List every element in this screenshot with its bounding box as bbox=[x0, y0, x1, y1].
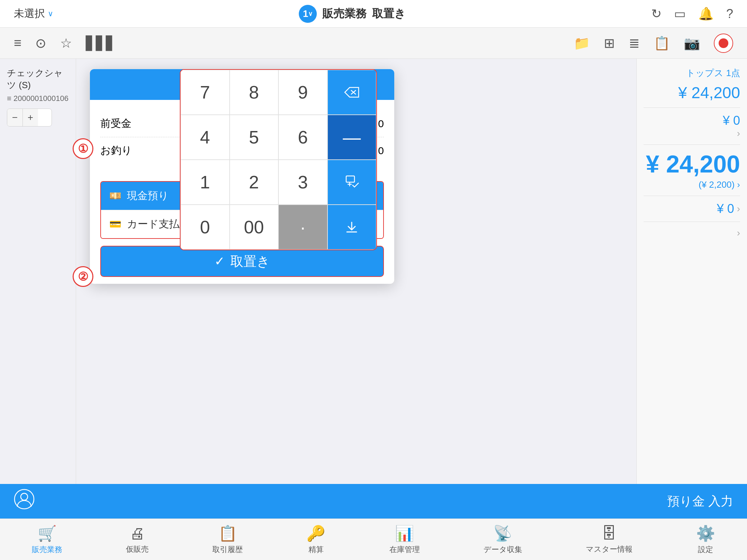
key-9[interactable]: 9 bbox=[278, 70, 328, 115]
card-icon: 💳 bbox=[109, 218, 121, 230]
tops-amount: ¥ 24,200 bbox=[644, 83, 740, 102]
nav-transaction-history[interactable]: 📋 取引履歴 bbox=[212, 524, 243, 555]
key-7[interactable]: 7 bbox=[181, 70, 230, 115]
transaction-history-label: 取引履歴 bbox=[212, 544, 243, 555]
change-label: お釣り bbox=[100, 143, 132, 158]
cash-label: 現金預り bbox=[127, 189, 169, 203]
grid-icon[interactable]: ⊞ bbox=[604, 36, 615, 51]
product-code: ≡ 2000001000106 bbox=[7, 94, 69, 103]
toolbar-right: 📁 ⊞ ≣ 📋 📷 bbox=[574, 34, 733, 53]
sales-label: 販売業務 bbox=[32, 544, 62, 555]
data-collection-icon: 📡 bbox=[493, 524, 512, 542]
center-panel: ① ② 非会員 前受金 ¥ 0 お釣り ¥ 0 bbox=[76, 59, 636, 484]
footer-nav: 🛒 販売業務 🖨 仮販売 📋 取引履歴 🔑 精算 📊 在庫管理 📡 データ収集 … bbox=[0, 519, 747, 560]
key-confirm[interactable] bbox=[328, 160, 377, 205]
takeaway-button[interactable]: ✓ 取置き bbox=[100, 246, 384, 277]
master-info-label: マスター情報 bbox=[586, 544, 633, 554]
report-icon[interactable]: 📋 bbox=[654, 36, 670, 51]
qty-increase-button[interactable]: + bbox=[23, 109, 38, 126]
right-zero-2: ¥ 0 bbox=[717, 202, 734, 216]
tops-label: トップス 1点 bbox=[644, 67, 740, 79]
app-title: 販売業務 bbox=[322, 6, 367, 21]
nav-settings[interactable]: ⚙️ 設定 bbox=[696, 524, 715, 555]
app-subtitle: 取置き bbox=[372, 6, 406, 21]
help-icon[interactable]: ? bbox=[726, 7, 733, 21]
settings-icon: ⚙️ bbox=[696, 524, 715, 542]
key-8[interactable]: 8 bbox=[230, 70, 279, 115]
advance-label: 前受金 bbox=[100, 116, 131, 131]
right-arrow-3[interactable]: › bbox=[644, 227, 740, 239]
inventory-label: 在庫管理 bbox=[389, 544, 420, 555]
key-dot[interactable]: · bbox=[278, 205, 328, 250]
key-4[interactable]: 4 bbox=[181, 115, 230, 160]
checkmark-icon: ✓ bbox=[214, 254, 225, 269]
nav-inventory[interactable]: 📊 在庫管理 bbox=[389, 524, 420, 555]
top-right-actions: ↻ ▭ 🔔 ? bbox=[651, 7, 733, 21]
right-arrow-1[interactable]: › bbox=[644, 128, 740, 139]
numpad: 7 8 9 4 5 6 — 1 2 3 bbox=[180, 69, 377, 250]
total-amount: ¥ 24,200 bbox=[644, 150, 740, 178]
user-icon[interactable] bbox=[14, 489, 35, 514]
key-5[interactable]: 5 bbox=[230, 115, 279, 160]
provisional-sales-label: 仮販売 bbox=[126, 544, 149, 554]
checkout-label: 精算 bbox=[308, 544, 324, 555]
step-badge: 1 ∨ bbox=[299, 5, 317, 23]
sub-amount: (¥ 2,200) › bbox=[644, 179, 740, 190]
takeaway-section: ✓ 取置き bbox=[100, 246, 384, 277]
layout-icon[interactable]: ▭ bbox=[674, 7, 686, 21]
left-panel: チェックシャツ (S) ≡ 2000001000106 − + bbox=[0, 59, 76, 484]
refresh-icon[interactable]: ↻ bbox=[651, 7, 662, 21]
camera2-icon[interactable]: 📷 bbox=[684, 36, 700, 51]
checkout-icon: 🔑 bbox=[306, 524, 325, 542]
right-panel: トップス 1点 ¥ 24,200 ¥ 0 › ¥ 24,200 (¥ 2,200… bbox=[636, 59, 747, 484]
nav-provisional-sales[interactable]: 🖨 仮販売 bbox=[126, 525, 149, 554]
store-label: 未選択 bbox=[14, 7, 45, 21]
key-minus[interactable]: — bbox=[328, 115, 377, 160]
svg-rect-2 bbox=[346, 176, 354, 182]
key-3[interactable]: 3 bbox=[278, 160, 328, 205]
data-collection-label: データ収集 bbox=[483, 544, 522, 555]
key-enter[interactable] bbox=[328, 205, 377, 250]
camera-icon[interactable]: ⊙ bbox=[35, 36, 46, 51]
bottom-bar: 預り金 入力 bbox=[0, 484, 747, 519]
annotation-badge-1: ① bbox=[73, 138, 93, 159]
numpad-grid: 7 8 9 4 5 6 — 1 2 3 bbox=[181, 70, 376, 250]
menu-icon[interactable]: ≡ bbox=[14, 36, 21, 50]
folder-icon[interactable]: 📁 bbox=[574, 36, 590, 51]
list-icon[interactable]: ≣ bbox=[629, 36, 640, 51]
master-info-icon: 🗄 bbox=[601, 525, 617, 542]
nav-sales[interactable]: 🛒 販売業務 bbox=[32, 524, 62, 555]
store-selector[interactable]: 未選択 ∨ bbox=[14, 7, 53, 21]
provisional-sales-icon: 🖨 bbox=[130, 525, 145, 542]
nav-master-info[interactable]: 🗄 マスター情報 bbox=[586, 525, 633, 554]
key-2[interactable]: 2 bbox=[230, 160, 279, 205]
sales-icon: 🛒 bbox=[38, 524, 57, 542]
key-00[interactable]: 00 bbox=[230, 205, 279, 250]
chevron-down-icon: ∨ bbox=[48, 9, 53, 18]
barcode-icon[interactable]: ▋▋▋ bbox=[86, 36, 116, 51]
key-backspace[interactable] bbox=[328, 70, 377, 115]
settings-label: 設定 bbox=[698, 544, 713, 555]
deposit-label: 預り金 入力 bbox=[667, 493, 733, 510]
app-title-area: 1 ∨ 販売業務 取置き bbox=[299, 5, 406, 23]
nav-checkout[interactable]: 🔑 精算 bbox=[306, 524, 325, 555]
bell-icon[interactable]: 🔔 bbox=[698, 7, 714, 21]
transaction-history-icon: 📋 bbox=[218, 524, 237, 542]
key-6[interactable]: 6 bbox=[278, 115, 328, 160]
cash-icon: 💴 bbox=[109, 190, 121, 202]
record-dot-icon bbox=[719, 38, 728, 48]
record-button[interactable] bbox=[714, 34, 733, 53]
top-bar: 未選択 ∨ 1 ∨ 販売業務 取置き ↻ ▭ 🔔 ? bbox=[0, 0, 747, 28]
qty-decrease-button[interactable]: − bbox=[7, 109, 22, 126]
svg-point-5 bbox=[21, 493, 28, 500]
key-1[interactable]: 1 bbox=[181, 160, 230, 205]
toolbar: ≡ ⊙ ☆ ▋▋▋ 📁 ⊞ ≣ 📋 📷 bbox=[0, 28, 747, 59]
star-icon[interactable]: ☆ bbox=[60, 36, 72, 51]
right-zero-1: ¥ 0 bbox=[644, 113, 740, 128]
toolbar-left: ≡ ⊙ ☆ ▋▋▋ bbox=[14, 36, 116, 51]
main-content: チェックシャツ (S) ≡ 2000001000106 − + ① ② 非会員 … bbox=[0, 59, 747, 484]
nav-data-collection[interactable]: 📡 データ収集 bbox=[483, 524, 522, 555]
annotation-badge-2: ② bbox=[73, 266, 93, 287]
key-0[interactable]: 0 bbox=[181, 205, 230, 250]
right-arrow-2[interactable]: › bbox=[737, 203, 740, 214]
